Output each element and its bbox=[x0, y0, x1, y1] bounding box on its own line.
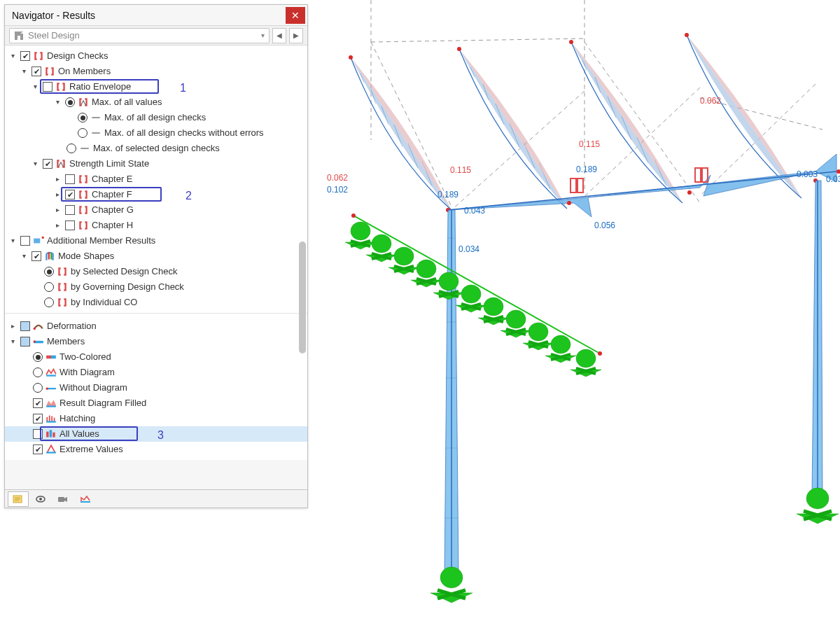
tree-item-chapter-h[interactable]: ▸ Chapter H bbox=[5, 218, 307, 233]
collapse-icon[interactable]: ▸ bbox=[52, 174, 62, 184]
expand-icon[interactable]: ▾ bbox=[30, 82, 40, 92]
expand-icon[interactable]: ▾ bbox=[30, 159, 40, 169]
tree-item-chapter-f[interactable]: ▸ ✔ Chapter F 2 bbox=[5, 187, 307, 202]
tree-label: Mode Shapes bbox=[58, 248, 114, 263]
tree-item-deformation[interactable]: ▸ Deformation bbox=[5, 318, 307, 334]
tree-item-two-colored[interactable]: Two-Colored bbox=[5, 349, 307, 365]
model-viewport[interactable]: 0.062 0.102 0.115 0.189 0.115 0.189 0.06… bbox=[312, 0, 840, 630]
checkbox[interactable] bbox=[20, 236, 30, 246]
tree-label: On Members bbox=[58, 64, 111, 78]
bracket-icon bbox=[57, 298, 68, 307]
checkbox[interactable] bbox=[43, 82, 52, 92]
tree-item-result-filled[interactable]: ✔ Result Diagram Filled bbox=[5, 396, 307, 411]
tab-eye-icon[interactable] bbox=[30, 491, 51, 507]
tree-item-max-no-errors[interactable]: Max. of all design checks without errors bbox=[5, 125, 307, 141]
checkbox[interactable] bbox=[65, 205, 75, 215]
radio[interactable] bbox=[44, 298, 54, 307]
checkbox[interactable] bbox=[20, 321, 30, 331]
bracket-icon bbox=[78, 205, 89, 215]
checkbox[interactable] bbox=[65, 220, 75, 230]
checkbox[interactable]: ✔ bbox=[33, 414, 43, 424]
expand-icon[interactable]: ▾ bbox=[19, 251, 29, 261]
svg-rect-5 bbox=[50, 253, 52, 259]
checkbox[interactable]: ✔ bbox=[43, 159, 52, 169]
next-button[interactable]: ▶ bbox=[289, 28, 303, 43]
tree-item-hatching[interactable]: ✔ Hatching bbox=[5, 411, 307, 426]
collapse-icon[interactable]: ▸ bbox=[52, 205, 62, 215]
module-combo[interactable]: Steel Design ▾ bbox=[9, 28, 270, 43]
checkbox[interactable]: ✔ bbox=[65, 190, 75, 200]
result-value: 0.034 bbox=[458, 244, 479, 254]
prev-button[interactable]: ◀ bbox=[272, 28, 286, 43]
svg-rect-9 bbox=[46, 356, 51, 359]
tab-camera-icon[interactable] bbox=[52, 491, 74, 507]
expand-icon[interactable]: ▾ bbox=[19, 66, 29, 76]
tree-item-with-diagram[interactable]: With Diagram bbox=[5, 365, 307, 380]
expand-icon[interactable]: ▾ bbox=[52, 97, 62, 107]
close-button[interactable]: ✕ bbox=[286, 7, 305, 24]
radio[interactable] bbox=[65, 97, 75, 107]
svg-point-83 bbox=[439, 272, 458, 290]
tree-item-without-diagram[interactable]: Without Diagram bbox=[5, 380, 307, 396]
radio[interactable] bbox=[33, 352, 43, 362]
tree-item-design-checks[interactable]: ▾ ✔ Design Checks bbox=[5, 48, 307, 64]
scrollbar-thumb[interactable] bbox=[299, 241, 306, 354]
filled-icon bbox=[46, 398, 57, 408]
expand-icon[interactable]: ▾ bbox=[8, 236, 18, 246]
tree-label: Without Diagram bbox=[59, 380, 127, 395]
checkbox[interactable] bbox=[65, 174, 75, 184]
tree-item-by-individual[interactable]: by Individual CO bbox=[5, 295, 307, 310]
tree-item-ratio-envelope[interactable]: ▾ Ratio Envelope 1 bbox=[5, 79, 307, 94]
tree-item-max-all-checks[interactable]: Max. of all design checks bbox=[5, 110, 307, 125]
tree-item-strength-limit[interactable]: ▾ ✔ Strength Limit State bbox=[5, 156, 307, 172]
tree-item-all-values[interactable]: All Values 3 bbox=[5, 426, 307, 442]
close-icon: ✕ bbox=[291, 10, 300, 21]
svg-point-61 bbox=[836, 169, 840, 174]
member-plus-icon bbox=[33, 236, 44, 246]
tree-label: With Diagram bbox=[59, 365, 115, 379]
tree-item-mode-shapes[interactable]: ▾ ✔ Mode Shapes bbox=[5, 248, 307, 264]
radio[interactable] bbox=[78, 113, 88, 122]
svg-rect-10 bbox=[51, 356, 56, 359]
tree-item-max-selected[interactable]: Max. of selected design checks bbox=[5, 141, 307, 156]
expand-icon[interactable]: ▾ bbox=[8, 51, 18, 61]
tree-item-max-all-values[interactable]: ▾ Max. of all values bbox=[5, 94, 307, 110]
radio[interactable] bbox=[44, 282, 54, 292]
collapse-icon[interactable]: ▸ bbox=[52, 190, 62, 200]
checkbox[interactable]: ✔ bbox=[31, 251, 41, 261]
checkbox[interactable] bbox=[33, 429, 43, 439]
tree-item-extreme-values[interactable]: ✔ Extreme Values bbox=[5, 442, 307, 457]
tree-item-on-members[interactable]: ▾ ✔ On Members bbox=[5, 64, 307, 79]
svg-point-58 bbox=[567, 201, 571, 205]
radio[interactable] bbox=[66, 144, 76, 153]
collapse-icon[interactable]: ▸ bbox=[8, 321, 18, 331]
navigator-tree[interactable]: ▾ ✔ Design Checks ▾ ✔ On Members ▾ Ratio… bbox=[5, 46, 307, 460]
tree-item-by-governing[interactable]: by Governing Design Check bbox=[5, 279, 307, 295]
tree-label: Max. of all design checks without errors bbox=[104, 125, 264, 140]
tree-item-chapter-g[interactable]: ▸ Chapter G bbox=[5, 202, 307, 218]
checkbox[interactable]: ✔ bbox=[33, 398, 43, 408]
tree-item-chapter-e[interactable]: ▸ Chapter E bbox=[5, 172, 307, 187]
chevron-down-icon: ▾ bbox=[261, 31, 265, 39]
tree-item-additional-member[interactable]: ▾ Additional Member Results bbox=[5, 233, 307, 248]
checkbox[interactable]: ✔ bbox=[33, 444, 43, 454]
checkbox[interactable]: ✔ bbox=[20, 51, 30, 61]
radio[interactable] bbox=[33, 383, 43, 393]
radio[interactable] bbox=[33, 368, 43, 377]
checkbox[interactable]: ✔ bbox=[31, 66, 41, 76]
radio[interactable] bbox=[44, 267, 54, 276]
checkbox[interactable] bbox=[20, 337, 30, 346]
expand-icon[interactable]: ▾ bbox=[8, 337, 18, 346]
collapse-icon[interactable]: ▸ bbox=[52, 220, 62, 230]
radio[interactable] bbox=[78, 128, 88, 138]
svg-line-29 bbox=[584, 42, 700, 203]
tree-item-members[interactable]: ▾ Members bbox=[5, 334, 307, 349]
tree-item-by-selected[interactable]: by Selected Design Check bbox=[5, 264, 307, 279]
tab-results-icon[interactable] bbox=[75, 491, 96, 507]
svg-point-8 bbox=[34, 340, 36, 342]
svg-point-87 bbox=[528, 323, 548, 341]
result-value: 0.034 bbox=[826, 174, 840, 184]
tree-label: Two-Colored bbox=[59, 349, 111, 364]
tab-data-icon[interactable] bbox=[8, 491, 29, 507]
tree-label: Chapter G bbox=[92, 202, 134, 217]
